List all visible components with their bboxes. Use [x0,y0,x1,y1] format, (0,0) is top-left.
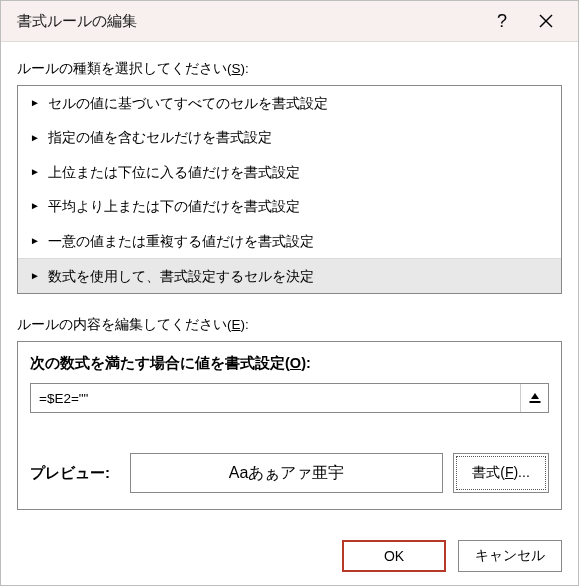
triangle-right-icon: ► [30,201,40,211]
cancel-button[interactable]: キャンセル [458,540,562,572]
rule-type-item[interactable]: ►上位または下位に入る値だけを書式設定 [18,155,561,189]
rule-type-item-label: 上位または下位に入る値だけを書式設定 [48,161,300,183]
triangle-right-icon: ► [30,98,40,108]
preview-sample: Aaあぁアァ亜宇 [130,453,443,493]
rule-content-label-accel: E [232,317,241,332]
rule-type-item[interactable]: ►指定の値を含むセルだけを書式設定 [18,120,561,154]
rule-type-item-label: セルの値に基づいてすべてのセルを書式設定 [48,92,328,114]
rule-type-list: ►セルの値に基づいてすべてのセルを書式設定►指定の値を含むセルだけを書式設定►上… [17,85,562,294]
rule-type-item-label: 一意の値または重複する値だけを書式設定 [48,230,314,252]
rule-type-item[interactable]: ►平均より上または下の値だけを書式設定 [18,189,561,223]
arrow-up-icon [529,392,541,404]
rule-type-label-accel: S [232,61,241,76]
formula-input[interactable] [31,384,520,412]
triangle-right-icon: ► [30,167,40,177]
format-button-suffix: )... [513,464,529,480]
formula-heading-accel: O [290,355,301,371]
svg-marker-3 [531,393,539,399]
dialog-edit-format-rule: 書式ルールの編集 ? ルールの種類を選択してください(S): ►セルの値に基づい… [0,0,579,586]
rule-content-label-text: ルールの内容を編集してください( [17,317,232,332]
range-picker-button[interactable] [520,384,548,412]
rule-type-item-label: 数式を使用して、書式設定するセルを決定 [48,265,314,287]
rule-type-label-text: ルールの種類を選択してください( [17,61,232,76]
titlebar: 書式ルールの編集 ? [1,1,578,42]
triangle-right-icon: ► [30,133,40,143]
dialog-content: ルールの種類を選択してください(S): ►セルの値に基づいてすべてのセルを書式設… [1,42,578,526]
close-button[interactable] [524,1,568,41]
rule-edit-box: 次の数式を満たす場合に値を書式設定(O): プレビュー: Aaあぁアァ亜宇 書式… [17,341,562,510]
preview-row: プレビュー: Aaあぁアァ亜宇 書式(F)... [30,413,549,493]
dialog-footer: OK キャンセル [1,526,578,586]
triangle-right-icon: ► [30,236,40,246]
ok-button[interactable]: OK [342,540,446,572]
dialog-title: 書式ルールの編集 [17,12,480,31]
format-button-text: 書式( [472,464,505,480]
rule-type-label: ルールの種類を選択してください(S): [17,60,562,78]
preview-label: プレビュー: [30,464,120,483]
help-button[interactable]: ? [480,1,524,41]
close-icon [539,14,553,28]
rule-content-label: ルールの内容を編集してください(E): [17,316,562,334]
rule-content-label-suffix: ): [241,317,249,332]
rule-type-item-label: 指定の値を含むセルだけを書式設定 [48,126,272,148]
svg-rect-2 [529,401,540,403]
formula-row [30,383,549,413]
triangle-right-icon: ► [30,271,40,281]
rule-type-item[interactable]: ►数式を使用して、書式設定するセルを決定 [18,258,561,293]
formula-heading-text: 次の数式を満たす場合に値を書式設定( [30,355,290,371]
rule-type-item[interactable]: ►セルの値に基づいてすべてのセルを書式設定 [18,86,561,120]
rule-type-item[interactable]: ►一意の値または重複する値だけを書式設定 [18,224,561,258]
format-button[interactable]: 書式(F)... [453,453,549,493]
rule-type-item-label: 平均より上または下の値だけを書式設定 [48,195,300,217]
formula-heading-suffix: ): [301,355,311,371]
formula-heading: 次の数式を満たす場合に値を書式設定(O): [30,354,549,373]
rule-type-label-suffix: ): [241,61,249,76]
